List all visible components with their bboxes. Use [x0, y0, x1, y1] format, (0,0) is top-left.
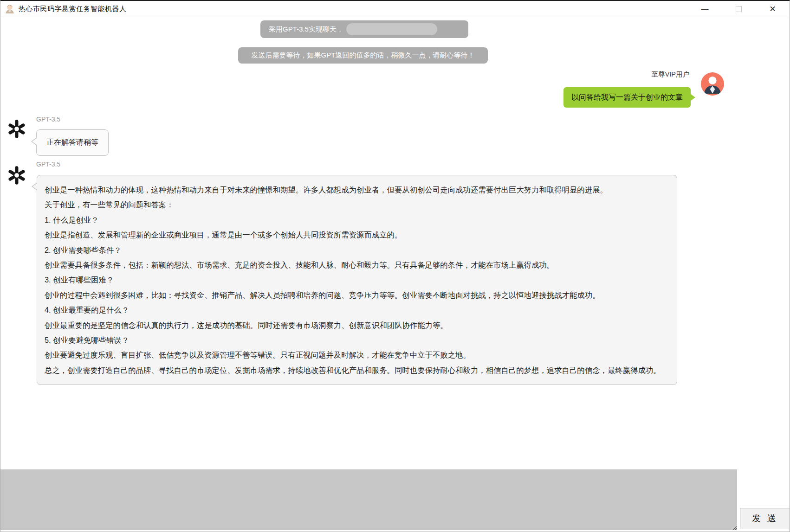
system-notice-gpt-version: 采用GPT-3.5实现聊天，	[260, 20, 468, 38]
bot-message-bubble-answer: 创业是一种热情和动力的体现，这种热情和动力来自于对未来的憧憬和期望。许多人都想成…	[37, 175, 677, 385]
system-notice-wait-hint: 发送后需要等待，如果GPT返回的值多的话，稍微久一点，请耐心等待！	[238, 47, 488, 64]
answer-line: 创业是一种热情和动力的体现，这种热情和动力来自于对未来的憧憬和期望。许多人都想成…	[45, 182, 669, 197]
bot-name-label: GPT-3.5	[36, 160, 60, 168]
close-icon: ✕	[769, 4, 776, 14]
user-sender-label: 至尊VIP用户	[652, 70, 689, 79]
bubble-tail-right	[690, 94, 695, 101]
window-controls: — ✕	[688, 1, 790, 17]
close-button[interactable]: ✕	[756, 1, 790, 17]
bubble-tail-left-fill	[32, 183, 38, 190]
maximize-icon	[736, 6, 742, 12]
notice-text: 采用GPT-3.5实现聊天，	[269, 25, 343, 34]
answer-line: 创业要避免过度乐观、盲目扩张、低估竞争以及资源管理不善等错误。只有正视问题并及时…	[45, 347, 669, 362]
bot-message-bubble-waiting: 正在解答请稍等	[36, 129, 109, 156]
user-message-text: 以问答给我写一篇关于创业的文章	[571, 93, 683, 103]
bot-message-text: 正在解答请稍等	[46, 138, 98, 146]
openai-logo-icon	[7, 166, 26, 185]
redacted-area	[346, 23, 437, 35]
answer-line: 创业的过程中会遇到很多困难，比如：寻找资金、推销产品、解决人员招聘和培养的问题、…	[45, 288, 669, 302]
message-input[interactable]	[0, 469, 737, 530]
app-window: 热心市民码字悬赏任务智能机器人 — ✕ 采用GPT-3.5实现聊天， 发送后需要…	[0, 0, 790, 532]
notice-text: 发送后需要等待，如果GPT返回的值多的话，稍微久一点，请耐心等待！	[252, 51, 475, 60]
answer-line: 4. 创业最重要的是什么？	[45, 302, 669, 317]
bubble-tail-left-fill	[32, 138, 37, 145]
answer-line: 3. 创业有哪些困难？	[45, 272, 669, 287]
title-bar: 热心市民码字悬赏任务智能机器人 — ✕	[0, 0, 790, 17]
answer-line: 总之，创业需要打造自己的品牌、寻找自己的市场定位、发掘市场需求，持续地改善和优化…	[45, 363, 669, 378]
minimize-icon: —	[701, 5, 709, 13]
bot-name-label: GPT-3.5	[36, 115, 60, 123]
send-button[interactable]: 发 送	[740, 508, 790, 529]
app-icon	[5, 4, 15, 14]
user-avatar	[701, 72, 724, 96]
maximize-button[interactable]	[722, 1, 756, 17]
user-message-bubble: 以问答给我写一篇关于创业的文章	[563, 87, 691, 108]
window-title: 热心市民码字悬赏任务智能机器人	[19, 5, 127, 13]
send-button-label: 发 送	[752, 513, 777, 525]
minimize-button[interactable]: —	[688, 1, 722, 17]
openai-logo-icon	[7, 119, 26, 139]
answer-line: 创业需要具备很多条件，包括：新颖的想法、市场需求、充足的资金投入、技能和人脉、耐…	[45, 257, 669, 272]
answer-line: 关于创业，有一些常见的问题和答案：	[45, 197, 669, 212]
answer-line: 创业是指创造、发展和管理新的企业或商业项目，通常是由一个或多个创始人共同投资所需…	[45, 227, 669, 242]
answer-line: 1. 什么是创业？	[45, 212, 669, 227]
answer-line: 创业最重要的是坚定的信念和认真的执行力，这是成功的基础。同时还需要有市场洞察力、…	[45, 318, 669, 333]
answer-line: 5. 创业要避免哪些错误？	[45, 333, 669, 347]
answer-line: 2. 创业需要哪些条件？	[45, 243, 669, 257]
